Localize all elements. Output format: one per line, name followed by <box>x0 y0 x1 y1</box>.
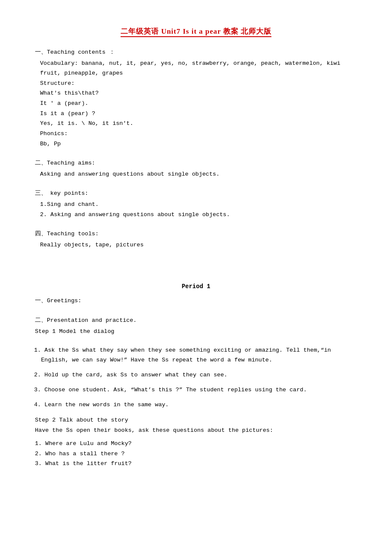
item-2: 2. Hold up the card, ask Ss to answer wh… <box>34 370 358 380</box>
item-1-text: 1. Ask the Ss what they say when they se… <box>34 347 331 363</box>
greetings-section: 一、Greetings: <box>34 296 358 306</box>
item-4-text: 4. Learn the new words in the same way. <box>34 402 169 408</box>
item-3: 3. Choose one student. Ask, “What’s this… <box>34 385 358 395</box>
period1-heading: Period 1 <box>34 282 358 292</box>
keypoint-line1: 1.Sing and chant. <box>34 199 358 210</box>
structure-line3: Is it a (pear) ? <box>34 109 358 119</box>
structure-label: Structure: <box>34 78 358 89</box>
step1-label: Step 1 Model the dialog <box>34 327 358 337</box>
structure-line2: It ' a (pear). <box>34 98 358 109</box>
gap5 <box>34 339 358 346</box>
vocab-line1: Vocabulary: banana, nut, it, pear, yes, … <box>34 58 358 69</box>
presentation-section: 二、Presentation and practice. Step 1 Mode… <box>34 315 358 336</box>
step2-subline: Have the Ss open their books, ask these … <box>34 425 358 436</box>
step2-label: Step 2 Talk about the story <box>34 415 358 425</box>
vocab-line2: fruit, pineapple, grapes <box>34 68 358 78</box>
gap6 <box>34 435 358 439</box>
phonics-content: Bb, Pp <box>34 139 358 149</box>
item-2-text: 2. Hold up the card, ask Ss to answer wh… <box>34 372 228 378</box>
aims-line1: Asking and answering questions about sin… <box>34 169 358 179</box>
item-4: 4. Learn the new words in the same way. <box>34 400 358 410</box>
section-teaching-aims: 二、Teaching aims: Asking and answering qu… <box>34 158 358 179</box>
item-3-text: 3. Choose one student. Ask, “What’s this… <box>34 387 307 393</box>
section3-heading: 三、 key points: <box>34 188 358 199</box>
section1-heading: 一、Teaching contents ： <box>34 47 358 58</box>
list-item-1: 1. Where are Lulu and Mocky? <box>34 439 358 449</box>
structure-line4: Yes, it is. \ No, it isn't. <box>34 119 358 129</box>
page-container: 二年级英语 Unit7 Is it a pear 教案 北师大版 一、Teach… <box>34 26 358 469</box>
gap3 <box>34 222 358 229</box>
section-teaching-contents: 一、Teaching contents ： Vocabulary: banana… <box>34 47 358 149</box>
section4-heading: 四、Teaching tools: <box>34 229 358 239</box>
gap2 <box>34 182 358 188</box>
section2-heading: 二、Teaching aims: <box>34 158 358 168</box>
gap4 <box>34 309 358 315</box>
keypoint-line2: 2. Asking and answering questions about … <box>34 210 358 220</box>
gap-period <box>34 253 358 270</box>
page-title: 二年级英语 Unit7 Is it a pear 教案 北师大版 <box>34 26 358 38</box>
structure-line1: What's this\that? <box>34 88 358 98</box>
tools-line1: Really objects, tape, pictures <box>34 240 358 250</box>
list-item-3: 3. What is the litter fruit? <box>34 459 358 469</box>
list-item-2: 2. Who has a stall there ? <box>34 449 358 459</box>
greetings-heading: 一、Greetings: <box>34 296 358 306</box>
item-1: 1. Ask the Ss what they say when they se… <box>34 346 358 365</box>
period1-section: Period 1 一、Greetings: 二、Presentation and… <box>34 282 358 469</box>
gap1 <box>34 151 358 158</box>
section-key-points: 三、 key points: 1.Sing and chant. 2. Aski… <box>34 188 358 220</box>
presentation-heading: 二、Presentation and practice. <box>34 315 358 326</box>
section-teaching-tools: 四、Teaching tools: Really objects, tape, … <box>34 229 358 250</box>
phonics-label: Phonics: <box>34 129 358 139</box>
